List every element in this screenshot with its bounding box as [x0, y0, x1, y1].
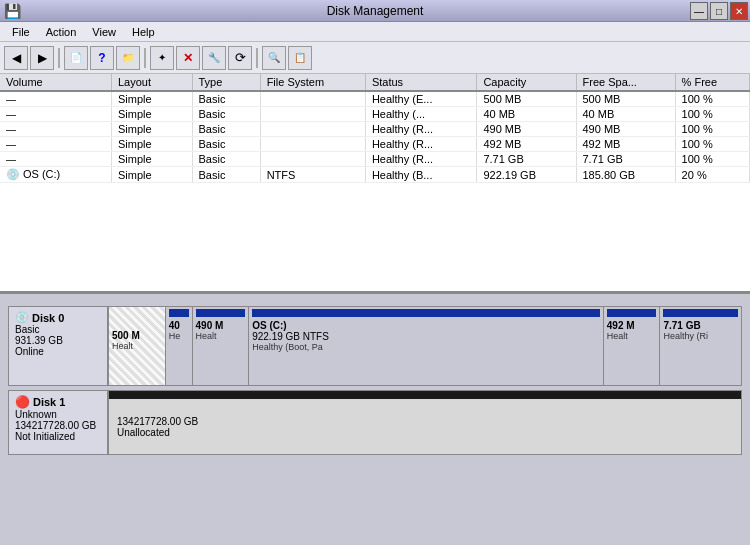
help-button[interactable]: ?	[90, 46, 114, 70]
table-area[interactable]: Volume Layout Type File System Status Ca…	[0, 74, 750, 294]
toolbar-separator-3	[256, 48, 258, 68]
disk-row-1: 🔴 Disk 1 Unknown 134217728.00 GB Not Ini…	[8, 390, 742, 455]
disk-0-label: 💿 Disk 0 Basic 931.39 GB Online	[8, 306, 108, 386]
app-icon: 💾	[4, 3, 21, 19]
disk-0-size: 931.39 GB	[15, 335, 101, 346]
cell-type: Basic	[192, 167, 260, 183]
table-row[interactable]: —SimpleBasicHealthy (E...500 MB500 MB100…	[0, 91, 750, 107]
cell-type: Basic	[192, 122, 260, 137]
disk-map-area: 💿 Disk 0 Basic 931.39 GB Online 500 M He…	[0, 294, 750, 545]
disk-row-0: 💿 Disk 0 Basic 931.39 GB Online 500 M He…	[8, 306, 742, 386]
up-button[interactable]: 📄	[64, 46, 88, 70]
minimize-button[interactable]: —	[690, 2, 708, 20]
cell-capacity: 40 MB	[477, 107, 576, 122]
disk-1-header	[109, 391, 741, 399]
col-header-status[interactable]: Status	[365, 74, 476, 91]
col-header-freespace[interactable]: Free Spa...	[576, 74, 675, 91]
p4-status: Healt	[607, 331, 628, 341]
disk-0-name: 💿 Disk 0	[15, 311, 101, 324]
close-button[interactable]: ✕	[730, 2, 748, 20]
toolbar-separator-1	[58, 48, 60, 68]
cell-layout: Simple	[111, 167, 192, 183]
table-row[interactable]: —SimpleBasicHealthy (R...490 MB490 MB100…	[0, 122, 750, 137]
cell-capacity: 500 MB	[477, 91, 576, 107]
cell-volume: —	[0, 137, 111, 152]
error-icon-1: 🔴	[15, 395, 30, 409]
maximize-button[interactable]: □	[710, 2, 728, 20]
disk-0-status: Online	[15, 346, 101, 357]
cell-pctfree: 100 %	[675, 91, 749, 107]
partition-0-2[interactable]: 490 M Healt	[193, 307, 250, 385]
delete-button[interactable]: ✕	[176, 46, 200, 70]
cell-layout: Simple	[111, 91, 192, 107]
folder-button[interactable]: 📁	[116, 46, 140, 70]
col-header-layout[interactable]: Layout	[111, 74, 192, 91]
p1-status: He	[169, 331, 181, 341]
partition-0-5[interactable]: 7.71 GB Healthy (Ri	[660, 307, 741, 385]
cell-filesystem	[260, 107, 365, 122]
disk-1-status: Not Initialized	[15, 431, 101, 442]
menu-file[interactable]: File	[4, 24, 38, 40]
cell-freespace: 500 MB	[576, 91, 675, 107]
cell-freespace: 492 MB	[576, 137, 675, 152]
cell-layout: Simple	[111, 122, 192, 137]
disk-1-size: 134217728.00 GB	[15, 420, 101, 431]
table-row[interactable]: —SimpleBasicHealthy (R...492 MB492 MB100…	[0, 137, 750, 152]
cell-volume: 💿OS (C:)	[0, 167, 111, 183]
forward-button[interactable]: ▶	[30, 46, 54, 70]
col-header-filesystem[interactable]: File System	[260, 74, 365, 91]
cell-filesystem	[260, 122, 365, 137]
volume-dash: —	[6, 94, 16, 105]
cell-volume: —	[0, 122, 111, 137]
volume-icon: 💿	[6, 168, 20, 180]
disk-1-unallocated[interactable]: 134217728.00 GB Unallocated	[109, 399, 741, 454]
create-button[interactable]: ✦	[150, 46, 174, 70]
menu-help[interactable]: Help	[124, 24, 163, 40]
partition-0-1[interactable]: 40 He	[166, 307, 193, 385]
cell-freespace: 7.71 GB	[576, 152, 675, 167]
p0-label: 500 M	[112, 330, 140, 341]
disk-1-name: 🔴 Disk 1	[15, 395, 101, 409]
zoom-button[interactable]: 🔍	[262, 46, 286, 70]
back-button[interactable]: ◀	[4, 46, 28, 70]
cell-type: Basic	[192, 107, 260, 122]
pos-size: 922.19 GB NTFS	[252, 331, 329, 342]
partition-0-4[interactable]: 492 M Healt	[604, 307, 661, 385]
partition-0-0[interactable]: 500 M Healt	[109, 307, 166, 385]
menu-action[interactable]: Action	[38, 24, 85, 40]
pos-label: OS (C:)	[252, 320, 286, 331]
menu-view[interactable]: View	[84, 24, 124, 40]
properties-button[interactable]: 🔧	[202, 46, 226, 70]
table-row[interactable]: —SimpleBasicHealthy (...40 MB40 MB100 %	[0, 107, 750, 122]
table-row[interactable]: —SimpleBasicHealthy (R...7.71 GB7.71 GB1…	[0, 152, 750, 167]
p0-status: Healt	[112, 341, 140, 351]
volume-dash: —	[6, 109, 16, 120]
p4-label: 492 M	[607, 320, 635, 331]
cell-freespace: 490 MB	[576, 122, 675, 137]
cell-capacity: 492 MB	[477, 137, 576, 152]
cell-pctfree: 100 %	[675, 122, 749, 137]
cell-type: Basic	[192, 91, 260, 107]
disk-1-type: Unknown	[15, 409, 101, 420]
cell-capacity: 922.19 GB	[477, 167, 576, 183]
col-header-type[interactable]: Type	[192, 74, 260, 91]
cell-pctfree: 100 %	[675, 107, 749, 122]
cell-type: Basic	[192, 152, 260, 167]
p5-label: 7.71 GB	[663, 320, 700, 331]
main-content: Volume Layout Type File System Status Ca…	[0, 74, 750, 545]
col-header-volume[interactable]: Volume	[0, 74, 111, 91]
cell-status: Healthy (...	[365, 107, 476, 122]
export-button[interactable]: 📋	[288, 46, 312, 70]
table-row[interactable]: 💿OS (C:)SimpleBasicNTFSHealthy (B...922.…	[0, 167, 750, 183]
disk-0-partitions: 500 M Healt 40 He 490 M Healt	[108, 306, 742, 386]
partition-0-os[interactable]: OS (C:) 922.19 GB NTFS Healthy (Boot, Pa	[249, 307, 604, 385]
cell-filesystem	[260, 152, 365, 167]
cell-status: Healthy (R...	[365, 122, 476, 137]
col-header-pctfree[interactable]: % Free	[675, 74, 749, 91]
p5-status: Healthy (Ri	[663, 331, 708, 341]
pos-status: Healthy (Boot, Pa	[252, 342, 323, 352]
cell-volume: —	[0, 152, 111, 167]
cell-volume: —	[0, 91, 111, 107]
refresh-button[interactable]: ⟳	[228, 46, 252, 70]
col-header-capacity[interactable]: Capacity	[477, 74, 576, 91]
